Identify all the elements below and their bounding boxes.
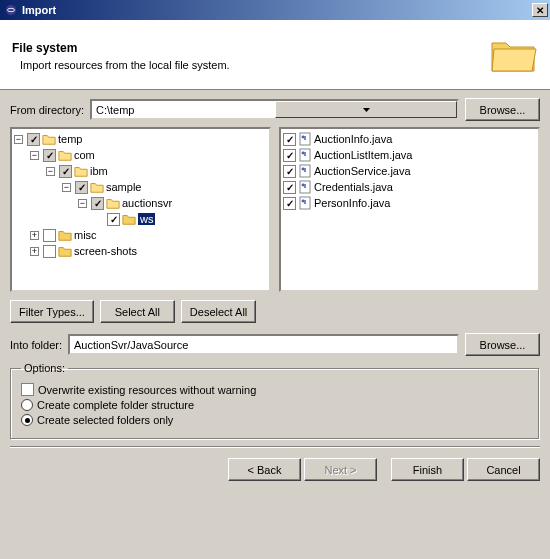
java-file-icon	[298, 148, 312, 162]
into-browse-button[interactable]: Browse...	[465, 333, 540, 356]
select-all-button[interactable]: Select All	[100, 300, 175, 323]
page-title: File system	[12, 41, 230, 55]
folder-checkbox[interactable]	[107, 213, 120, 226]
folder-label: com	[74, 149, 95, 161]
file-label: AuctionListItem.java	[314, 149, 412, 161]
tree-item[interactable]: −temp	[14, 131, 267, 147]
file-checkbox[interactable]	[283, 133, 296, 146]
folder-icon	[122, 212, 136, 226]
selected-radio[interactable]	[21, 414, 33, 426]
folder-checkbox[interactable]	[59, 165, 72, 178]
file-checkbox[interactable]	[283, 165, 296, 178]
folder-label: ws	[138, 213, 155, 225]
separator	[10, 446, 540, 448]
java-file-icon	[298, 196, 312, 210]
tree-item[interactable]: −ibm	[46, 163, 267, 179]
from-directory-label: From directory:	[10, 104, 84, 116]
folder-icon	[106, 196, 120, 210]
page-subtitle: Import resources from the local file sys…	[20, 59, 230, 71]
file-checkbox[interactable]	[283, 149, 296, 162]
folder-checkbox[interactable]	[43, 229, 56, 242]
file-label: AuctionInfo.java	[314, 133, 392, 145]
file-item[interactable]: AuctionInfo.java	[283, 131, 536, 147]
cancel-button[interactable]: Cancel	[467, 458, 540, 481]
finish-button[interactable]: Finish	[391, 458, 464, 481]
folder-label: sample	[106, 181, 141, 193]
into-folder-input[interactable]	[68, 334, 459, 355]
tree-item[interactable]: ws	[94, 211, 267, 227]
banner: File system Import resources from the lo…	[0, 20, 550, 90]
filter-types-button[interactable]: Filter Types...	[10, 300, 94, 323]
file-label: PersonInfo.java	[314, 197, 390, 209]
folder-label: ibm	[90, 165, 108, 177]
folder-label: screen-shots	[74, 245, 137, 257]
file-item[interactable]: Credentials.java	[283, 179, 536, 195]
svg-point-3	[302, 136, 305, 139]
file-label: AuctionService.java	[314, 165, 411, 177]
folder-icon	[58, 244, 72, 258]
folder-icon	[58, 228, 72, 242]
folder-label: misc	[74, 229, 97, 241]
from-directory-combo[interactable]: C:\temp	[90, 99, 459, 120]
java-file-icon	[298, 180, 312, 194]
into-folder-label: Into folder:	[10, 339, 62, 351]
tree-item[interactable]: +misc	[30, 227, 267, 243]
folder-checkbox[interactable]	[27, 133, 40, 146]
deselect-all-button[interactable]: Deselect All	[181, 300, 256, 323]
complete-label: Create complete folder structure	[37, 399, 194, 411]
next-button[interactable]: Next >	[304, 458, 377, 481]
expander-icon[interactable]: −	[14, 135, 23, 144]
expander-icon[interactable]: −	[30, 151, 39, 160]
tree-item[interactable]: +screen-shots	[30, 243, 267, 259]
file-item[interactable]: AuctionService.java	[283, 163, 536, 179]
java-file-icon	[298, 164, 312, 178]
from-browse-button[interactable]: Browse...	[465, 98, 540, 121]
folder-icon	[90, 180, 104, 194]
tree-item[interactable]: −auctionsvr	[78, 195, 267, 211]
expander-icon[interactable]: +	[30, 231, 39, 240]
folder-icon	[58, 148, 72, 162]
folder-label: auctionsvr	[122, 197, 172, 209]
folder-checkbox[interactable]	[75, 181, 88, 194]
folder-checkbox[interactable]	[43, 149, 56, 162]
folder-icon	[42, 132, 56, 146]
file-label: Credentials.java	[314, 181, 393, 193]
back-button[interactable]: < Back	[228, 458, 301, 481]
from-directory-value: C:\temp	[96, 104, 276, 116]
close-button[interactable]: ✕	[532, 3, 548, 17]
folder-checkbox[interactable]	[91, 197, 104, 210]
svg-point-9	[302, 184, 305, 187]
overwrite-checkbox[interactable]	[21, 383, 34, 396]
svg-point-11	[302, 200, 305, 203]
folder-illustration-icon	[490, 35, 538, 77]
java-file-icon	[298, 132, 312, 146]
folder-checkbox[interactable]	[43, 245, 56, 258]
file-list-pane[interactable]: AuctionInfo.javaAuctionListItem.javaAuct…	[279, 127, 540, 292]
folder-icon	[74, 164, 88, 178]
folder-tree-pane[interactable]: −temp−com−ibm−sample−auctionsvrws+misc+s…	[10, 127, 271, 292]
file-item[interactable]: AuctionListItem.java	[283, 147, 536, 163]
expander-icon[interactable]: −	[46, 167, 55, 176]
file-item[interactable]: PersonInfo.java	[283, 195, 536, 211]
wizard-footer: < Back Next > Finish Cancel	[0, 458, 550, 491]
tree-item[interactable]: −sample	[62, 179, 267, 195]
expander-icon[interactable]: +	[30, 247, 39, 256]
expander-icon[interactable]: −	[78, 199, 87, 208]
folder-label: temp	[58, 133, 82, 145]
tree-item[interactable]: −com	[30, 147, 267, 163]
options-legend: Options:	[21, 362, 68, 374]
expander-icon[interactable]: −	[62, 183, 71, 192]
file-checkbox[interactable]	[283, 181, 296, 194]
eclipse-icon	[4, 3, 18, 17]
titlebar: Import ✕	[0, 0, 550, 20]
window-title: Import	[22, 4, 532, 16]
svg-point-7	[302, 168, 305, 171]
svg-point-5	[302, 152, 305, 155]
file-checkbox[interactable]	[283, 197, 296, 210]
overwrite-label: Overwrite existing resources without war…	[38, 384, 256, 396]
complete-radio[interactable]	[21, 399, 33, 411]
selected-label: Create selected folders only	[37, 414, 173, 426]
chevron-down-icon[interactable]	[275, 101, 457, 118]
options-group: Options: Overwrite existing resources wi…	[10, 362, 540, 440]
